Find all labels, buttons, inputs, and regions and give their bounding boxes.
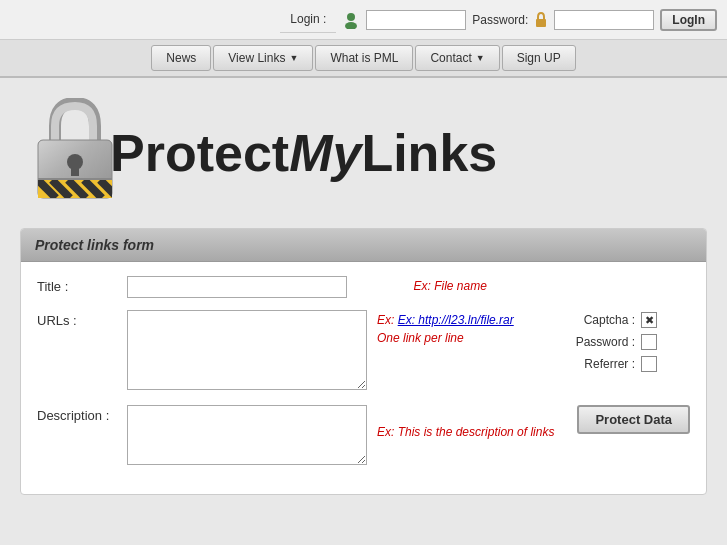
- form-header: Protect links form: [21, 229, 706, 262]
- login-bar: Login : Password: LogIn: [0, 0, 727, 40]
- nav-view-links[interactable]: View Links ▼: [213, 45, 313, 71]
- title-input-area: [127, 276, 404, 298]
- login-button[interactable]: LogIn: [660, 9, 717, 31]
- password-input[interactable]: [554, 10, 654, 30]
- referrer-label: Referrer :: [570, 357, 635, 371]
- navigation-bar: News View Links ▼ What is PML Contact ▼ …: [0, 40, 727, 78]
- nav-news[interactable]: News: [151, 45, 211, 71]
- svg-point-0: [347, 13, 355, 21]
- protect-data-button[interactable]: Protect Data: [577, 405, 690, 434]
- password-lock-icon: [534, 12, 548, 28]
- description-label: Description :: [37, 405, 117, 423]
- nav-signup[interactable]: Sign UP: [502, 45, 576, 71]
- svg-rect-14: [71, 166, 79, 176]
- description-input-area: [127, 405, 367, 468]
- protect-links-form: Protect links form Title : Ex: File name…: [20, 228, 707, 495]
- urls-row: URLs : Ex: Ex: http://l23.ln/file.rar On…: [37, 310, 690, 393]
- nav-what-is-pml[interactable]: What is PML: [315, 45, 413, 71]
- login-label: Login :: [280, 6, 336, 33]
- logo-my: My: [289, 127, 361, 179]
- form-body: Title : Ex: File name URLs : Ex: Ex: htt…: [21, 262, 706, 494]
- view-links-arrow-icon: ▼: [289, 53, 298, 63]
- logo-area: Protect My Links: [0, 78, 727, 218]
- password-row: Password :: [570, 334, 690, 350]
- padlock-icon: [30, 98, 120, 208]
- title-label: Title :: [37, 276, 117, 294]
- title-hint: Ex: File name: [414, 276, 691, 293]
- urls-textarea[interactable]: [127, 310, 367, 390]
- svg-point-1: [345, 22, 357, 29]
- referrer-checkbox[interactable]: [641, 356, 657, 372]
- login-input[interactable]: [366, 10, 466, 30]
- person-icon: [342, 11, 360, 29]
- urls-hint1: Ex: Ex: http://l23.ln/file.rar: [377, 310, 560, 327]
- nav-contact[interactable]: Contact ▼: [415, 45, 499, 71]
- urls-hint-link[interactable]: Ex: http://l23.ln/file.rar: [398, 313, 514, 327]
- svg-rect-12: [38, 178, 112, 180]
- description-textarea[interactable]: [127, 405, 367, 465]
- urls-label: URLs :: [37, 310, 117, 328]
- title-row: Title : Ex: File name: [37, 276, 690, 298]
- description-row: Description : Ex: This is the descriptio…: [37, 405, 690, 468]
- urls-hint2: One link per line: [377, 331, 560, 345]
- contact-arrow-icon: ▼: [476, 53, 485, 63]
- logo-protect: Protect: [110, 127, 289, 179]
- captcha-row: Captcha : ✖: [570, 312, 690, 328]
- captcha-checkbox[interactable]: ✖: [641, 312, 657, 328]
- description-hint: Ex: This is the description of links: [377, 425, 560, 439]
- svg-rect-2: [536, 19, 546, 27]
- urls-input-area: [127, 310, 367, 393]
- password-option-label: Password :: [570, 335, 635, 349]
- title-input[interactable]: [127, 276, 347, 298]
- checkbox-options: Captcha : ✖ Password : Referrer :: [570, 310, 690, 372]
- referrer-row: Referrer :: [570, 356, 690, 372]
- captcha-label: Captcha :: [570, 313, 635, 327]
- password-checkbox[interactable]: [641, 334, 657, 350]
- logo-links: Links: [361, 127, 497, 179]
- main-content: Protect links form Title : Ex: File name…: [0, 218, 727, 515]
- logo-text: Protect My Links: [110, 127, 497, 179]
- password-label: Password:: [472, 13, 528, 27]
